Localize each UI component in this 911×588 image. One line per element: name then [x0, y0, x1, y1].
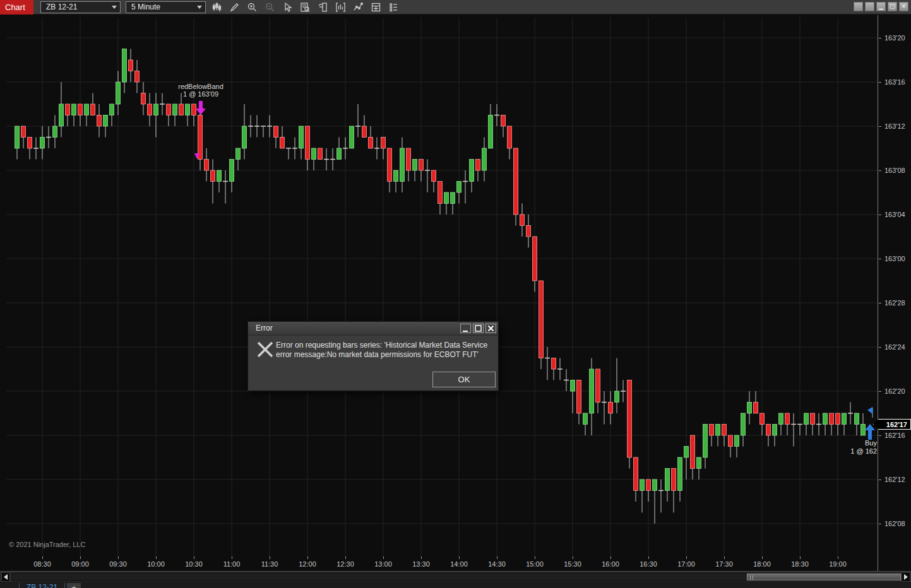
- time-axis[interactable]: 08:3009:0009:3010:0010:3011:0011:3012:00…: [0, 556, 878, 571]
- price-tick: [879, 215, 881, 215]
- candle-down: [646, 479, 651, 491]
- scrollbar-thumb[interactable]: [747, 573, 901, 580]
- candle-up: [457, 182, 461, 193]
- time-tick: [573, 556, 573, 559]
- candle-up: [104, 115, 108, 127]
- restore-button[interactable]: ▢: [888, 2, 897, 11]
- candle-down: [141, 93, 146, 105]
- time-axis-label: 17:30: [715, 560, 733, 568]
- price-axis-label: 162'20: [884, 387, 905, 395]
- error-dialog-titlebar[interactable]: Error: [248, 322, 498, 336]
- instrument-dropdown[interactable]: ZB 12-21: [40, 1, 121, 13]
- candle-up: [312, 148, 316, 160]
- error-x-icon: [257, 341, 273, 358]
- link-button-1[interactable]: [854, 2, 863, 11]
- candle-up: [747, 403, 752, 414]
- candle-up: [470, 160, 474, 182]
- zoom-in-icon[interactable]: [246, 1, 259, 14]
- candle-down: [21, 126, 26, 138]
- candle-up: [697, 457, 701, 469]
- position-flag-icon: [867, 407, 872, 414]
- buy-annotation-name: Buy: [824, 439, 877, 447]
- chevron-down-icon: [197, 6, 202, 9]
- interval-value: 5 Minute: [131, 3, 160, 11]
- data-box-icon[interactable]: [299, 1, 312, 14]
- candle-up: [444, 192, 449, 204]
- candle-down: [691, 435, 695, 469]
- time-tick: [838, 556, 838, 559]
- interval-dropdown[interactable]: 5 Minute: [126, 1, 206, 13]
- tab-zb-12-21[interactable]: ZB 12-21: [19, 583, 65, 588]
- chevron-down-icon: [112, 6, 117, 9]
- properties-icon[interactable]: [387, 1, 400, 14]
- candle-down: [476, 160, 480, 171]
- price-axis-label: 163'00: [884, 255, 905, 262]
- time-tick: [800, 556, 801, 559]
- candle-down: [97, 115, 102, 127]
- candle-down: [514, 148, 518, 215]
- dialog-minimize-button[interactable]: [460, 324, 471, 333]
- minimize-button[interactable]: ▁: [876, 2, 886, 11]
- sell-arrow-head: [196, 109, 206, 115]
- time-axis-label: 18:00: [753, 560, 771, 568]
- candle-up: [451, 192, 455, 204]
- time-axis-label: 14:30: [488, 560, 506, 568]
- drawing-tools-icon[interactable]: [228, 1, 241, 14]
- candle-up: [861, 425, 866, 436]
- chart-style-icon[interactable]: [210, 1, 223, 14]
- cursor-icon[interactable]: [281, 1, 294, 14]
- price-axis-label: 162'08: [884, 520, 905, 527]
- candle-down: [198, 115, 203, 160]
- time-tick: [610, 556, 611, 559]
- candle-up: [154, 104, 158, 115]
- ok-button[interactable]: OK: [432, 372, 496, 387]
- indicators-icon[interactable]: [334, 1, 347, 14]
- candle-up: [40, 138, 45, 149]
- add-tab-button[interactable]: +: [67, 583, 81, 588]
- time-axis-label: 12:30: [336, 560, 354, 568]
- close-button[interactable]: ✕: [899, 2, 908, 11]
- candle-down: [766, 425, 771, 436]
- dialog-maximize-button[interactable]: [473, 324, 484, 333]
- market-analyzer-icon[interactable]: [369, 1, 383, 14]
- candle-down: [66, 104, 70, 115]
- candle-down: [533, 237, 537, 281]
- instrument-value: ZB 12-21: [46, 3, 77, 11]
- scroll-left-button[interactable]: [1, 572, 10, 582]
- candle-up: [350, 126, 354, 148]
- thumb-grip: [750, 575, 753, 580]
- candle-up: [665, 469, 670, 491]
- price-axis[interactable]: 163'20163'16163'12163'08163'04163'00162'…: [878, 15, 911, 571]
- chart-trader-icon[interactable]: [316, 1, 330, 14]
- candle-down: [520, 215, 525, 226]
- time-tick: [118, 556, 119, 559]
- time-tick: [459, 556, 460, 559]
- candle-down: [306, 126, 310, 160]
- scroll-right-button[interactable]: [902, 572, 910, 582]
- candle-down: [407, 148, 411, 170]
- window-buttons: ▁ ▢ ✕: [854, 2, 908, 11]
- candle-up: [571, 380, 575, 392]
- link-button-2[interactable]: [865, 2, 874, 11]
- candle-up: [217, 170, 222, 182]
- scrollbar-track[interactable]: [11, 573, 900, 581]
- candle-up: [735, 435, 739, 447]
- candle-down: [609, 403, 613, 414]
- buy-annotation: Buy 1 @ 162: [824, 439, 877, 456]
- candle-down: [280, 138, 285, 149]
- candle-up: [337, 148, 342, 160]
- price-tick: [879, 82, 881, 83]
- price-axis-label: 163'20: [884, 34, 905, 42]
- time-axis-label: 08:30: [33, 560, 51, 568]
- candlestick-chart[interactable]: [0, 15, 878, 556]
- strategies-icon[interactable]: [352, 1, 365, 14]
- candle-down: [432, 170, 436, 182]
- candle-up: [842, 413, 847, 425]
- candle-down: [135, 71, 140, 83]
- time-axis-label: 19:00: [829, 560, 847, 568]
- dialog-close-button[interactable]: [485, 324, 496, 333]
- time-axis-label: 10:30: [185, 560, 203, 568]
- candle-up: [15, 126, 20, 148]
- time-tick: [42, 556, 43, 559]
- time-axis-label: 13:30: [412, 560, 430, 568]
